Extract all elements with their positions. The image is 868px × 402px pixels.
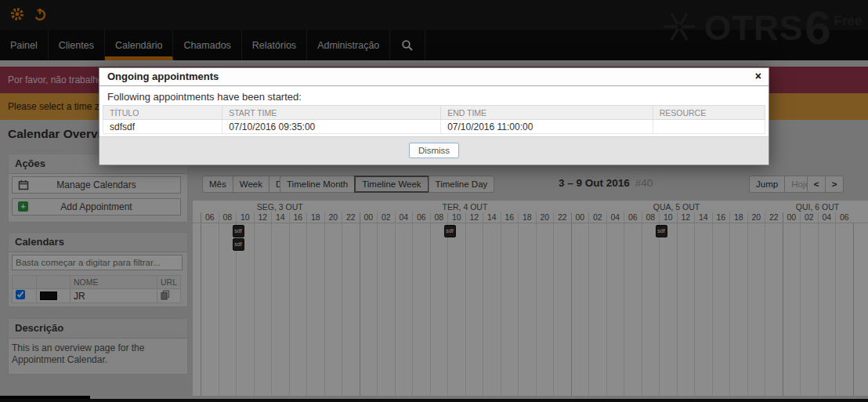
ongoing-appointments-dialog: Ongoing appointments × Following appoint… (99, 67, 769, 165)
titulo-column-header: TÍTULO (103, 106, 222, 120)
modal-dim-overlay (0, 0, 868, 402)
dialog-intro-text: Following appointments have been started… (107, 91, 302, 103)
dismiss-button[interactable]: Dismiss (409, 143, 459, 158)
dialog-title: Ongoing appointments (107, 68, 219, 85)
appointment-end-cell: 07/10/2016 11:00:00 (441, 120, 653, 134)
close-icon[interactable]: × (755, 68, 761, 85)
appointment-start-cell: 07/10/2016 09:35:00 (222, 120, 441, 134)
appointments-table: TÍTULO START TIME END TIME RESOURCE sdfs… (103, 105, 765, 134)
appointment-row[interactable]: sdfsdf 07/10/2016 09:35:00 07/10/2016 11… (103, 120, 765, 134)
appointment-title-cell: sdfsdf (103, 120, 222, 134)
appointments-table-header-row: TÍTULO START TIME END TIME RESOURCE (103, 106, 765, 120)
appointment-resource-cell (653, 120, 765, 134)
dialog-footer: Dismiss (99, 136, 769, 165)
otrs-calendar-screen: Painel Clientes Calendário Chamados Rela… (0, 0, 868, 402)
end-time-column-header: END TIME (441, 106, 653, 120)
dialog-header: Ongoing appointments × (99, 68, 769, 86)
resource-column-header: RESOURCE (653, 106, 765, 120)
start-time-column-header: START TIME (222, 106, 441, 120)
